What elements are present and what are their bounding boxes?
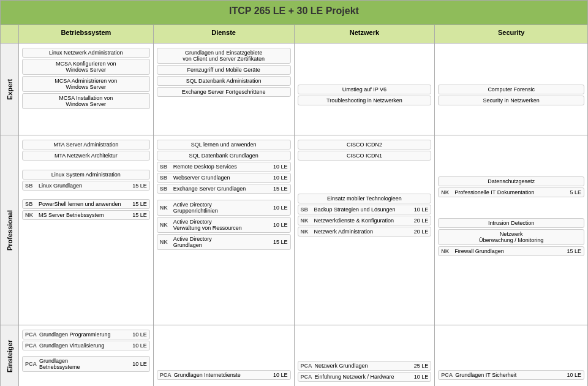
col-netzwerk: Netzwerk [294, 25, 435, 44]
einsteiger-security: PCA Grundlagen IT Sicherheit 10 LE [435, 325, 588, 387]
professional-betriebssystem: MTA Server Administration MTA Netzwerk A… [18, 135, 153, 325]
module-pca-it-sicherheit: PCA Grundlagen IT Sicherheit 10 LE [438, 370, 584, 380]
module-mcsa-konfig: MCSA Konfigurieren vonWindows Server [22, 59, 150, 75]
module-nk-ad-gruppen: NK Active DirectoryGruppenrichtlinien 10… [157, 200, 291, 216]
professional-netzwerk: CISCO ICDN2 CISCO ICDN1 Einsatz mobiler … [294, 135, 435, 325]
expert-betriebssystem: Linux Netzwerk Administration MCSA Konfi… [18, 44, 153, 135]
einsteiger-netzwerk: PCA Netzwerk Grundlagen 25 LE PCA Einfüh… [294, 325, 435, 387]
expert-netzwerk: Umstieg auf IP V6 Troubleshooting in Net… [294, 44, 435, 135]
module-nk-profi-it: NK Professionelle IT Dokumentation 5 LE [438, 187, 584, 197]
module-pca-virtualisierung: PCA Grundlagen Virtualisierung 10 LE [22, 341, 150, 350]
module-grundlagen-zertifikaten: Grundlagen und Einsatzgebietevon Client … [157, 48, 291, 64]
module-nk-ad-verwaltung: NK Active DirectoryVerwaltung von Ressou… [157, 217, 291, 233]
module-umstieg-ipv6: Umstieg auf IP V6 [298, 85, 432, 94]
level-professional: Professional [1, 135, 19, 325]
module-nk-firewall: NK Firewall Grundlagen 15 LE [438, 246, 584, 256]
module-pca-internetdienste: PCA Grundlagen Internetdienste 10 LE [157, 370, 291, 380]
module-sb-linux: SB Linux Grundlagen 15 LE [22, 181, 150, 191]
level-expert: Expert [1, 44, 19, 135]
module-netz-ueberwachung: NetzwerkÜberwachung / Monitoring [438, 229, 584, 245]
module-pca-programmierung: PCA Grundlagen Programmierung 10 LE [22, 330, 150, 339]
module-sb-exchange-grund: SB Exchange Server Grundlagen 15 LE [157, 184, 291, 194]
module-pca-netzwerk-grund: PCA Netzwerk Grundlagen 25 LE [298, 361, 432, 371]
module-security-netzwerken: Security in Netzwerken [438, 96, 584, 105]
module-linux-netz-admin: Linux Netzwerk Administration [22, 48, 150, 58]
page-title: ITCP 265 LE + 30 LE Projekt [1, 1, 588, 25]
module-troubleshooting: Troubleshooting in Netzwerken [298, 96, 432, 105]
module-einsatz-mobiler: Einsatz mobiler Technologieen [298, 194, 432, 203]
module-sql-datenbank-grund: SQL Datenbank Grundlagen [157, 151, 291, 161]
module-pca-einfuehrung-netzwerk: PCA Einführung Netzwerk / Hardware 10 LE [298, 372, 432, 382]
module-sb-webserver: SB Webserver Grundlagen 10 LE [157, 173, 291, 183]
module-pca-betriebssysteme: PCA GrundlagenBetriebssysteme 10 LE [22, 356, 150, 372]
module-sb-remote: SB Remote Desktop Services 10 LE [157, 162, 291, 172]
module-nk-ms-server: NK MS Server Betriebssystem 15 LE [22, 210, 150, 220]
module-sb-backup: SB Backup Strategien und Lösungen 10 LE [298, 205, 432, 214]
module-fernzugriff: Fernzugriff und Mobile Geräte [157, 65, 291, 75]
module-nk-netzwerkdienste: NK Netzwerkdienste & Konfiguration 20 LE [298, 216, 432, 225]
einsteiger-dienste: PCA Grundlagen Internetdienste 10 LE [153, 325, 294, 387]
module-cisco-icdn2: CISCO ICDN2 [298, 140, 432, 149]
module-sql-lernen: SQL lernen und anwenden [157, 140, 291, 149]
module-computer-forensic: Computer Forensic [438, 85, 584, 94]
module-sql-datenbank-admin: SQL Datenbank Administration [157, 76, 291, 86]
module-nk-netz-admin: NK Netzwerk Administration 20 LE [298, 227, 432, 237]
einsteiger-betriebssystem: PCA Grundlagen Programmierung 10 LE PCA … [18, 325, 153, 387]
module-linux-sys-admin: Linux System Administration [22, 170, 150, 180]
module-mcsa-install: MCSA Installation vonWindows Server [22, 93, 150, 109]
module-sb-powershell: SB PowerShell lernen und anwenden 15 LE [22, 199, 150, 209]
expert-security: Computer Forensic Security in Netzwerken [435, 44, 588, 135]
module-mta-server: MTA Server Administration [22, 140, 150, 149]
col-dienste: Dienste [153, 25, 294, 44]
professional-dienste: SQL lernen und anwenden SQL Datenbank Gr… [153, 135, 294, 325]
level-einsteiger: Einsteiger [1, 325, 19, 387]
module-nk-ad-grundlagen: NK Active DirectoryGrundlagen 15 LE [157, 234, 291, 250]
module-datenschutzgesetz: Datenschutzgesetz [438, 176, 584, 186]
col-betriebssystem: Betriebssystem [18, 25, 153, 44]
col-security: Security [435, 25, 588, 44]
module-mta-netzwerk: MTA Netzwerk Architektur [22, 151, 150, 161]
module-mcsa-admin: MCSA Administrieren vonWindows Server [22, 76, 150, 92]
expert-dienste: Grundlagen und Einsatzgebietevon Client … [153, 44, 294, 135]
module-exchange-fortgeschrittene: Exchange Server Fortgeschrittene [157, 87, 291, 97]
module-intrusion-detection: Intrusion Detection [438, 218, 584, 228]
professional-security: Datenschutzgesetz NK Professionelle IT D… [435, 135, 588, 325]
module-cisco-icdn1: CISCO ICDN1 [298, 151, 432, 161]
